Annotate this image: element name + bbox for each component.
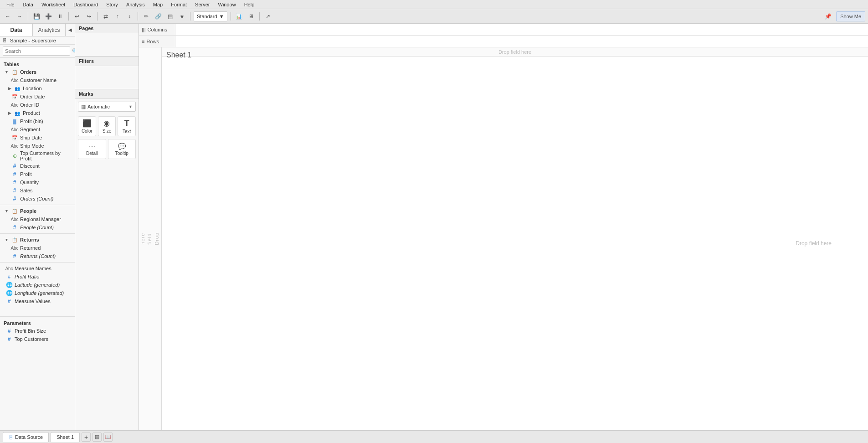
pin-button[interactable]: 📌 <box>822 11 834 21</box>
field-measure-names[interactable]: Abc Measure Names <box>0 264 75 273</box>
search-input[interactable] <box>3 46 70 56</box>
abc-icon-shipmode: Abc <box>11 142 18 149</box>
field-longitude[interactable]: 🌐 Longitude (generated) <box>0 289 75 297</box>
show-me-button[interactable]: Show Me <box>836 11 865 21</box>
field-product[interactable]: ▶ 👥 Product <box>0 109 75 117</box>
field-location[interactable]: ▶ 👥 Location <box>0 84 75 93</box>
marks-text-btn[interactable]: T Text <box>118 116 136 136</box>
new-story-button[interactable]: 📖 <box>103 433 113 442</box>
data-source-item[interactable]: 🗄 Sample - Superstore <box>0 36 75 45</box>
field-profit-ratio[interactable]: # Profit Ratio <box>0 273 75 281</box>
columns-shelf-content[interactable] <box>175 24 868 35</box>
menu-dashboard[interactable]: Dashboard <box>70 0 102 9</box>
sep6 <box>231 12 231 21</box>
num-icon-topcustomers: # <box>5 335 13 343</box>
save-button[interactable]: 💾 <box>31 11 41 21</box>
param-profit-bin-size[interactable]: # Profit Bin Size <box>0 327 75 335</box>
menu-data[interactable]: Data <box>19 0 37 9</box>
swap-button[interactable]: ⇄ <box>101 11 111 21</box>
undo-button[interactable]: ↩ <box>72 11 82 21</box>
field-segment[interactable]: Abc Segment <box>0 125 75 134</box>
marks-type-dropdown[interactable]: ▦ Automatic ▼ <box>78 102 136 112</box>
data-source-tab[interactable]: 🗄 Data Source <box>3 432 49 442</box>
field-regional-manager[interactable]: Abc Regional Manager <box>0 215 75 223</box>
field-customer-name[interactable]: Abc Customer Name <box>0 76 75 84</box>
menu-help[interactable]: Help <box>241 0 258 9</box>
people-label: People <box>20 208 36 214</box>
field-returns-count[interactable]: # Returns (Count) <box>0 252 75 260</box>
menu-worksheet[interactable]: Worksheet <box>38 0 69 9</box>
share-button[interactable]: ↗ <box>263 11 273 21</box>
orders-count-label: Orders (Count) <box>20 196 53 201</box>
drop-field-left-label: Dropfieldhere <box>139 232 160 245</box>
pages-header: Pages <box>75 24 139 33</box>
rows-shelf-content[interactable] <box>175 36 868 47</box>
pen-button[interactable]: ✏ <box>141 11 151 21</box>
left-axis[interactable]: Dropfieldhere <box>139 47 162 430</box>
present-button[interactable]: 🖥 <box>246 11 256 21</box>
forward-button[interactable]: → <box>15 11 25 21</box>
tab-data[interactable]: Data <box>0 24 33 36</box>
view-canvas[interactable]: Drop field here <box>162 57 868 430</box>
measure-values-label: Measure Values <box>15 299 51 304</box>
new-datasource-button[interactable]: ➕ <box>43 11 53 21</box>
panel-collapse-arrow[interactable]: ◀ <box>66 24 75 36</box>
num-icon-profitbinsize: # <box>5 327 13 335</box>
redo-button[interactable]: ↪ <box>84 11 94 21</box>
new-dashboard-button[interactable]: ▦ <box>92 433 102 442</box>
data-source-tab-label: Data Source <box>15 434 43 440</box>
product-expand: ▶ <box>8 111 13 115</box>
field-top-customers[interactable]: ⊕ Top Customers by Profit <box>0 150 75 162</box>
param-top-customers[interactable]: # Top Customers <box>0 335 75 343</box>
tables-label: Tables <box>0 60 75 68</box>
field-sales[interactable]: # Sales <box>0 186 75 195</box>
customer-name-label: Customer Name <box>20 77 56 83</box>
sheet-title: Sheet 1 <box>166 51 191 59</box>
menu-file[interactable]: File <box>3 0 18 9</box>
marks-size-btn[interactable]: ◉ Size <box>98 116 116 136</box>
latitude-label: Latitude (generated) <box>15 282 60 288</box>
marks-detail-btn[interactable]: ⋯ Detail <box>78 139 106 159</box>
menu-story[interactable]: Story <box>103 0 122 9</box>
people-table-item[interactable]: ▾ 📋 People <box>0 207 75 215</box>
field-people-count[interactable]: # People (Count) <box>0 223 75 232</box>
sort-desc-button[interactable]: ↓ <box>124 11 134 21</box>
sort-asc-button[interactable]: ↑ <box>113 11 123 21</box>
pages-body <box>75 33 139 56</box>
field-discount[interactable]: # Discount <box>0 162 75 170</box>
field-order-id[interactable]: Abc Order ID <box>0 101 75 109</box>
field-measure-values[interactable]: # Measure Values <box>0 297 75 305</box>
field-quantity[interactable]: # Quantity <box>0 178 75 186</box>
field-ship-date[interactable]: 📅 Ship Date <box>0 134 75 142</box>
menu-server[interactable]: Server <box>191 0 213 9</box>
back-button[interactable]: ← <box>3 11 13 21</box>
orders-expand-icon: ▾ <box>5 70 10 74</box>
orders-table-item[interactable]: ▾ 📋 Orders <box>0 68 75 76</box>
pause-button[interactable]: ⏸ <box>55 11 65 21</box>
field-ship-mode[interactable]: Abc Ship Mode <box>0 142 75 150</box>
menu-analysis[interactable]: Analysis <box>123 0 149 9</box>
field-returned[interactable]: Abc Returned <box>0 244 75 252</box>
field-profit-bin[interactable]: ▓ Profit (bin) <box>0 117 75 125</box>
menu-map[interactable]: Map <box>149 0 166 9</box>
search-icon[interactable]: 🔍 <box>72 48 75 54</box>
field-order-date[interactable]: 📅 Order Date <box>0 93 75 101</box>
tab-analytics[interactable]: Analytics <box>33 24 66 36</box>
filter-button[interactable]: ▤ <box>165 11 175 21</box>
chart-button[interactable]: 📊 <box>234 11 244 21</box>
marks-tooltip-btn[interactable]: 💬 Tooltip <box>108 139 136 159</box>
menu-format[interactable]: Format <box>167 0 190 9</box>
field-profit[interactable]: # Profit <box>0 170 75 178</box>
star-button[interactable]: ★ <box>177 11 187 21</box>
sheet1-tab[interactable]: Sheet 1 <box>51 432 80 442</box>
link-button[interactable]: 🔗 <box>153 11 163 21</box>
field-orders-count[interactable]: # Orders (Count) <box>0 195 75 203</box>
top-axis[interactable]: Drop field here <box>162 47 868 57</box>
menu-window[interactable]: Window <box>215 0 240 9</box>
new-sheet-button[interactable]: + <box>82 433 91 442</box>
returns-table-item[interactable]: ▾ 📋 Returns <box>0 236 75 244</box>
standard-dropdown[interactable]: Standard ▼ <box>194 11 227 21</box>
order-id-label: Order ID <box>20 102 39 108</box>
field-latitude[interactable]: 🌐 Latitude (generated) <box>0 281 75 289</box>
marks-color-btn[interactable]: ⬛ Color <box>78 116 96 136</box>
